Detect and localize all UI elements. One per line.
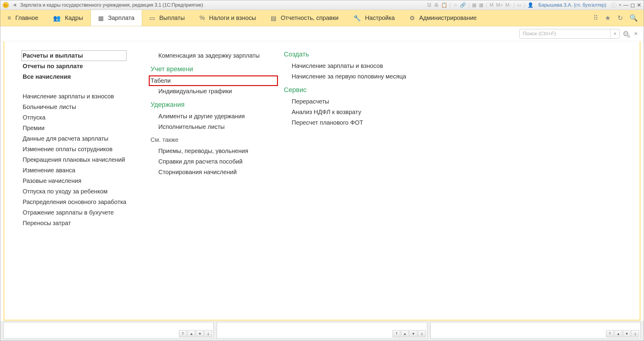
nav-tab-kadry[interactable]: 👥Кадры <box>46 10 91 26</box>
link-item[interactable]: Разовые начисления <box>23 176 126 186</box>
dropdown-icon[interactable]: ▾ <box>619 2 621 8</box>
panel-down-button[interactable]: ▼ <box>623 330 631 337</box>
favorite-icon[interactable]: ☆ <box>453 2 457 8</box>
save-icon[interactable]: 🖫 <box>427 2 432 8</box>
link-alimenty[interactable]: Алименты и другие удержания <box>151 111 260 122</box>
link-storno[interactable]: Сторнирования начислений <box>151 167 260 177</box>
nav-tab-main[interactable]: ≡Главное <box>0 10 46 26</box>
content-area: Расчеты и выплаты Отчеты по зарплате Все… <box>3 41 641 321</box>
settings-icon[interactable]: ⚙ <box>623 30 629 38</box>
search-input[interactable] <box>520 29 610 38</box>
bottom-panel: ⤒ ▲ ▼ ⤓ <box>430 322 641 339</box>
maximize-button[interactable]: ◻ <box>630 2 635 8</box>
nav-label: Зарплата <box>108 14 135 21</box>
nav-tab-vyplaty[interactable]: ▭Выплаты <box>142 10 192 26</box>
link-pereraschety[interactable]: Перерасчеты <box>284 96 406 107</box>
link-item[interactable]: Начисление зарплаты и взносов <box>23 91 126 102</box>
link-item[interactable]: Распределения основного заработка <box>23 197 126 207</box>
link-item[interactable]: Прекращения плановых начислений <box>23 155 126 165</box>
link-spravki[interactable]: Справки для расчета пособий <box>151 156 260 167</box>
nav-tab-nastroyka[interactable]: 🔧Настройка <box>346 10 402 26</box>
panel-up-button[interactable]: ▲ <box>401 330 409 337</box>
link-priemy[interactable]: Приемы, переводы, увольнения <box>151 146 260 156</box>
percent-icon: % <box>199 14 205 21</box>
titlebar: 1c ◄ Зарплата и кадры государственного у… <box>0 0 644 10</box>
link-tabeli[interactable]: Табели <box>149 75 278 86</box>
link-item[interactable]: Изменение оплаты сотрудников <box>23 144 126 155</box>
link-ind-grafiki[interactable]: Индивидуальные графики <box>151 86 260 97</box>
nav-right-tools: ⠿ ★ ↻ 🔍 <box>593 10 644 26</box>
calendar-icon[interactable]: ▦ <box>472 2 477 8</box>
people-icon: 👥 <box>53 14 61 22</box>
back-icon[interactable]: ◄ <box>12 2 17 8</box>
calc-m-button[interactable]: M <box>489 2 493 8</box>
bottom-panel: ⤒ ▲ ▼ ⤓ <box>3 322 214 339</box>
bottom-panel: ⤒ ▲ ▼ ⤓ <box>217 322 427 339</box>
nav-label: Настройка <box>365 14 395 21</box>
panel-up-button[interactable]: ▲ <box>614 330 622 337</box>
link-vse-nachisleniya[interactable]: Все начисления <box>23 72 126 82</box>
calc-mminus-button[interactable]: M- <box>505 2 511 8</box>
panel-last-button[interactable]: ⤓ <box>631 330 639 337</box>
link-raschety[interactable]: Расчеты и выплаты <box>21 50 126 61</box>
link-isp-listy[interactable]: Исполнительные листы <box>151 122 260 132</box>
link-analiz-ndfl[interactable]: Анализ НДФЛ к возврату <box>284 107 406 117</box>
section-servis: Сервис <box>284 82 406 96</box>
minimize-button[interactable]: — <box>623 2 629 8</box>
nav-tab-otchetnost[interactable]: ▤Отчетность, справки <box>263 10 346 26</box>
column-1: Расчеты и выплаты Отчеты по зарплате Все… <box>23 50 126 317</box>
section-sozdat: Создать <box>284 50 406 61</box>
panel-icon[interactable]: ▭ <box>517 2 521 8</box>
report-icon: ▤ <box>271 14 276 22</box>
link-item[interactable]: Отпуска <box>23 112 126 123</box>
panel-last-button[interactable]: ⤓ <box>204 330 212 337</box>
apps-icon[interactable]: ⠿ <box>593 14 598 22</box>
section-uchet-vremeni: Учет времени <box>151 61 260 75</box>
link-item[interactable]: Премии <box>23 123 126 133</box>
column-2: Компенсация за задержку зарплаты Учет вр… <box>151 50 260 317</box>
column-3: Создать Начисление зарплаты и взносов На… <box>284 50 406 317</box>
link-kompensaciya[interactable]: Компенсация за задержку зарплаты <box>151 50 260 61</box>
link-otchety[interactable]: Отчеты по зарплате <box>23 61 126 72</box>
link-icon[interactable]: 🔗 <box>460 2 466 8</box>
link-item[interactable]: Данные для расчета зарплаты <box>23 133 126 144</box>
print-icon[interactable]: 🖶 <box>434 2 439 8</box>
panel-down-button[interactable]: ▼ <box>196 330 204 337</box>
link-item[interactable]: Отражение зарплаты в бухучете <box>23 207 126 218</box>
history-icon[interactable]: ↻ <box>617 14 623 22</box>
panel-up-button[interactable]: ▲ <box>187 330 195 337</box>
nav-label: Главное <box>15 14 38 21</box>
copy-icon[interactable]: 📋 <box>441 2 447 8</box>
panel-last-button[interactable]: ⤓ <box>418 330 426 337</box>
panel-down-button[interactable]: ▼ <box>410 330 417 337</box>
panel-close-button[interactable]: × <box>634 30 638 37</box>
titlebar-tools: 🖫 🖶 📋 | ☆ 🔗 | ▦ ▦ | M M+ M- | ▭ | 👤 Бары… <box>427 2 621 8</box>
nav-tab-nalogi[interactable]: %Налоги и взносы <box>192 10 263 26</box>
user-name[interactable]: Барышева З.А. (гл. бухгалтер) <box>538 2 606 8</box>
info-icon[interactable]: i <box>611 2 617 8</box>
nav-label: Выплаты <box>159 14 185 21</box>
menu-icon: ≡ <box>8 14 11 21</box>
star-icon[interactable]: ★ <box>605 14 611 22</box>
search-icon[interactable]: 🔍 <box>630 14 638 22</box>
link-pereschet-fot[interactable]: Пересчет планового ФОТ <box>284 117 406 128</box>
nav-tab-zarplata[interactable]: ▦Зарплата <box>91 10 142 26</box>
panel-first-button[interactable]: ⤒ <box>179 330 187 337</box>
app-logo-icon: 1c <box>3 2 9 8</box>
panel-first-button[interactable]: ⤒ <box>393 330 400 337</box>
grid-icon: ▦ <box>98 14 104 22</box>
close-window-button[interactable]: ✕ <box>637 2 641 8</box>
link-item[interactable]: Больничные листы <box>23 102 126 112</box>
nav-tab-admin[interactable]: ⚙Администрирование <box>402 10 484 26</box>
search-clear-button[interactable]: × <box>610 29 619 38</box>
user-icon: 👤 <box>528 2 534 8</box>
panel-first-button[interactable]: ⤒ <box>606 330 614 337</box>
link-item[interactable]: Переносы затрат <box>23 218 126 228</box>
link-nach-zarplaty[interactable]: Начисление зарплаты и взносов <box>284 61 406 71</box>
nav-label: Отчетность, справки <box>281 14 338 21</box>
table-icon[interactable]: ▦ <box>479 2 483 8</box>
link-item[interactable]: Изменение аванса <box>23 165 126 176</box>
link-nach-pervaya[interactable]: Начисление за первую половину месяца <box>284 71 406 82</box>
calc-mplus-button[interactable]: M+ <box>496 2 503 8</box>
link-item[interactable]: Отпуска по уходу за ребенком <box>23 186 126 197</box>
